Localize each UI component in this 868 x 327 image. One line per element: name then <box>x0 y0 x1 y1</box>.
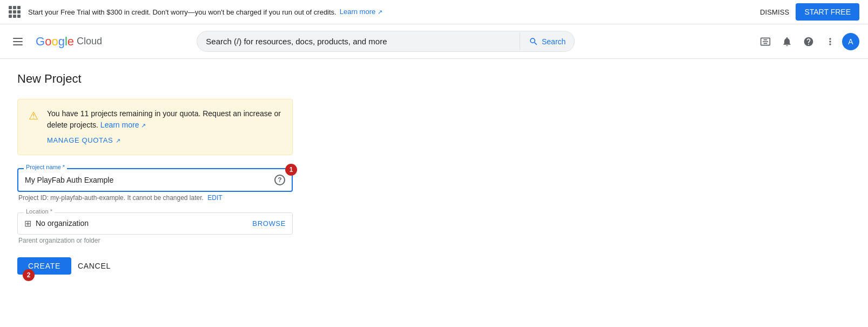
external-link-icon: ↗ <box>378 9 382 16</box>
location-value: No organization <box>36 219 252 228</box>
banner-left: Start your Free Trial with $300 in credi… <box>9 6 382 18</box>
main-content: New Project ⚠ You have 11 projects remai… <box>0 59 868 288</box>
external-link-icon-manage: ↗ <box>116 137 121 144</box>
console-icon-button[interactable] <box>756 32 775 51</box>
project-name-label: Project name * <box>24 164 67 170</box>
search-input[interactable] <box>197 31 520 51</box>
search-icon <box>529 37 539 46</box>
hamburger-icon <box>13 38 23 45</box>
notifications-button[interactable] <box>777 32 797 51</box>
location-input-wrapper: ⊞ No organization BROWSE <box>17 212 293 235</box>
banner-right: DISMISS START FREE <box>760 3 859 21</box>
project-name-input-wrapper: ? 1 <box>17 168 293 192</box>
warning-icon: ⚠ <box>29 109 38 122</box>
search-button-label: Search <box>542 37 566 46</box>
manage-quotas-link[interactable]: MANAGE QUOTAS ↗ <box>47 135 281 146</box>
help-button[interactable] <box>799 32 818 51</box>
more-vert-icon <box>825 36 836 47</box>
apps-icon <box>9 6 21 18</box>
help-icon-button[interactable]: ? <box>274 175 285 185</box>
notifications-icon <box>782 36 792 47</box>
dismiss-button[interactable]: DISMISS <box>760 8 789 16</box>
search-button[interactable]: Search <box>520 32 574 51</box>
cloud-logo-text: Cloud <box>77 36 102 47</box>
learn-more-quota-link[interactable]: Learn more ↗ <box>100 121 146 129</box>
help-icon <box>803 36 814 47</box>
project-id-text: Project ID: my-playfab-auth-example. It … <box>17 194 293 202</box>
console-icon <box>760 36 771 47</box>
step-badge-2: 2 <box>23 269 35 281</box>
external-link-icon-quota: ↗ <box>141 122 146 129</box>
organization-icon: ⊞ <box>24 218 31 229</box>
browse-button[interactable]: BROWSE <box>252 219 286 228</box>
header-nav: Google Cloud Search <box>0 24 868 59</box>
location-label: Location * <box>24 208 55 215</box>
search-bar: Search <box>197 31 575 52</box>
parent-org-text: Parent organization or folder <box>17 237 293 244</box>
avatar[interactable]: A <box>842 33 859 50</box>
menu-button[interactable] <box>9 34 27 50</box>
more-options-button[interactable] <box>820 32 840 51</box>
action-buttons: CREATE CANCEL 2 <box>17 257 293 275</box>
cancel-button[interactable]: CANCEL <box>78 262 111 270</box>
project-name-input[interactable] <box>25 176 274 184</box>
edit-project-id-link[interactable]: EDIT <box>207 194 222 202</box>
warning-box: ⚠ You have 11 projects remaining in your… <box>17 99 293 155</box>
google-logo-text: Google <box>36 35 74 49</box>
warning-text: You have 11 projects remaining in your q… <box>47 108 281 146</box>
project-name-group: Project name * ? 1 Project ID: my-playfa… <box>17 168 293 202</box>
google-cloud-logo[interactable]: Google Cloud <box>36 35 102 49</box>
form-container: Project name * ? 1 Project ID: my-playfa… <box>17 168 293 275</box>
top-banner: Start your Free Trial with $300 in credi… <box>0 0 868 24</box>
nav-icons: A <box>756 32 859 51</box>
start-free-button[interactable]: START FREE <box>796 3 859 21</box>
learn-more-banner-link[interactable]: Learn more ↗ <box>340 8 382 16</box>
banner-text: Start your Free Trial with $300 in credi… <box>28 8 337 16</box>
step-badge-1: 1 <box>285 164 297 176</box>
page-title: New Project <box>17 72 851 86</box>
location-group: Location * ⊞ No organization BROWSE Pare… <box>17 212 293 244</box>
